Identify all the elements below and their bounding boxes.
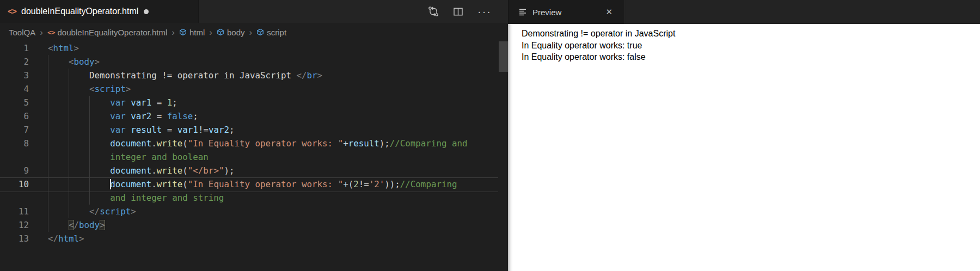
- open-changes-icon: [428, 6, 439, 17]
- code-text: var var2 = false;: [48, 109, 198, 123]
- preview-output-line: Demonstrating != operator in JavaScript: [522, 28, 980, 40]
- window: <> doubleInEqualityOperator.html: [0, 0, 980, 271]
- editor-toolbar: ···: [428, 0, 508, 23]
- code-lines: 1<html>2 <body>3 Demonstrating != operat…: [0, 41, 508, 245]
- line-number: 7: [0, 123, 29, 137]
- chevron-right-icon: ›: [209, 28, 212, 37]
- code-line-wrap[interactable]: integer and boolean: [0, 150, 508, 164]
- code-line-4[interactable]: 4 <script>: [0, 82, 508, 96]
- code-line-10[interactable]: 10 document.write("In Equality operator …: [0, 177, 508, 191]
- code-text: integer and boolean: [48, 150, 209, 164]
- code-text: </body>: [48, 218, 105, 232]
- code-line-1[interactable]: 1<html>: [0, 41, 508, 55]
- line-number: 12: [0, 218, 29, 232]
- line-number: 4: [0, 82, 29, 96]
- code-line-7[interactable]: 7 var result = var1!=var2;: [0, 123, 508, 137]
- line-number: 6: [0, 109, 29, 123]
- editor-vertical-scrollbar[interactable]: [499, 41, 508, 72]
- breadcrumb-items: ToolQA›<>doubleInEqualityOperator.html›h…: [9, 28, 286, 37]
- chevron-right-icon: ›: [171, 28, 175, 37]
- open-changes-button[interactable]: [428, 6, 439, 17]
- tab-doubleinequalityoperator[interactable]: <> doubleInEqualityOperator.html: [0, 0, 199, 23]
- line-number: 3: [0, 69, 29, 82]
- split-editor-button[interactable]: [453, 7, 463, 17]
- modified-indicator-dot: [144, 9, 149, 14]
- symbol-module-icon: [256, 28, 264, 36]
- line-number: [0, 150, 29, 164]
- line-number: 1: [0, 41, 29, 55]
- close-preview-button[interactable]: ✕: [603, 6, 615, 18]
- line-number: 13: [0, 232, 29, 245]
- tab-filename: doubleInEqualityOperator.html: [21, 7, 138, 16]
- ellipsis-icon: ···: [477, 9, 492, 14]
- breadcrumb-label: doubleInEqualityOperator.html: [58, 28, 168, 37]
- breadcrumb-label: body: [227, 28, 245, 37]
- code-text: <body>: [48, 55, 100, 69]
- code-text: and integer and string: [48, 191, 224, 205]
- code-line-6[interactable]: 6 var var2 = false;: [0, 109, 508, 123]
- code-line-13[interactable]: 13</html>: [0, 232, 508, 245]
- code-line-2[interactable]: 2 <body>: [0, 55, 508, 69]
- breadcrumb-item[interactable]: <>doubleInEqualityOperator.html: [47, 28, 167, 37]
- code-text: Demonstrating != operator in JavaScript …: [48, 69, 322, 82]
- code-line-5[interactable]: 5 var var1 = 1;: [0, 96, 508, 109]
- line-number: 9: [0, 164, 29, 177]
- preview-output: Demonstrating != operator in JavaScriptI…: [508, 24, 980, 271]
- code-text: </script>: [48, 205, 136, 218]
- tab-preview[interactable]: Preview ✕: [509, 0, 625, 24]
- line-number: 8: [0, 137, 29, 150]
- code-text: document.write("</br>");: [48, 164, 234, 177]
- breadcrumb-label: ToolQA: [9, 28, 35, 37]
- code-text: </html>: [48, 232, 84, 245]
- breadcrumb-item[interactable]: ToolQA: [9, 28, 35, 37]
- html-file-icon: <>: [8, 7, 16, 16]
- symbol-module-icon: [217, 28, 224, 36]
- code-text: var result = var1!=var2;: [48, 123, 234, 137]
- preview-header: Preview ✕: [508, 0, 980, 24]
- line-number: [0, 191, 29, 205]
- preview-output-line: In Equality operator works: true: [522, 40, 980, 52]
- code-text: document.write("In Equality operator wor…: [48, 137, 467, 150]
- editor-tab-bar: <> doubleInEqualityOperator.html: [0, 0, 508, 23]
- code-line-9[interactable]: 9 document.write("</br>");: [0, 164, 508, 177]
- breadcrumb-item[interactable]: body: [217, 28, 245, 37]
- breadcrumb-item[interactable]: html: [179, 28, 205, 37]
- code-text: var var1 = 1;: [48, 96, 177, 109]
- preview-lines-icon: [518, 8, 527, 16]
- line-number: 10: [0, 177, 29, 191]
- code-editor[interactable]: 1<html>2 <body>3 Demonstrating != operat…: [0, 41, 508, 245]
- more-actions-button[interactable]: ···: [477, 9, 492, 14]
- code-line-8[interactable]: 8 document.write("In Equality operator w…: [0, 137, 508, 150]
- chevron-right-icon: ›: [249, 28, 253, 37]
- preview-output-line: In Equality operator works: false: [522, 51, 980, 63]
- line-number: 5: [0, 96, 29, 109]
- code-text: document.write("In Equality operator wor…: [48, 177, 457, 191]
- code-line-3[interactable]: 3 Demonstrating != operator in JavaScrip…: [0, 69, 508, 82]
- breadcrumb-label: html: [189, 28, 205, 37]
- symbol-module-icon: [179, 28, 187, 36]
- line-number: 2: [0, 55, 29, 69]
- preview-pane: Preview ✕ Demonstrating != operator in J…: [508, 0, 980, 271]
- chevron-right-icon: ›: [40, 28, 43, 37]
- split-editor-icon: [453, 7, 463, 17]
- code-line-11[interactable]: 11 </script>: [0, 205, 508, 218]
- code-text: <html>: [48, 41, 79, 55]
- breadcrumb-item[interactable]: script: [256, 28, 286, 37]
- breadcrumb-label: script: [267, 28, 286, 37]
- line-number: 11: [0, 205, 29, 218]
- editor-pane: <> doubleInEqualityOperator.html: [0, 0, 508, 271]
- code-text: <script>: [48, 82, 131, 96]
- breadcrumb: ToolQA›<>doubleInEqualityOperator.html›h…: [0, 23, 508, 41]
- code-line-wrap[interactable]: and integer and string: [0, 191, 508, 205]
- html-file-icon: <>: [47, 28, 55, 36]
- preview-tab-label: Preview: [532, 8, 561, 17]
- code-line-12[interactable]: 12 </body>: [0, 218, 508, 232]
